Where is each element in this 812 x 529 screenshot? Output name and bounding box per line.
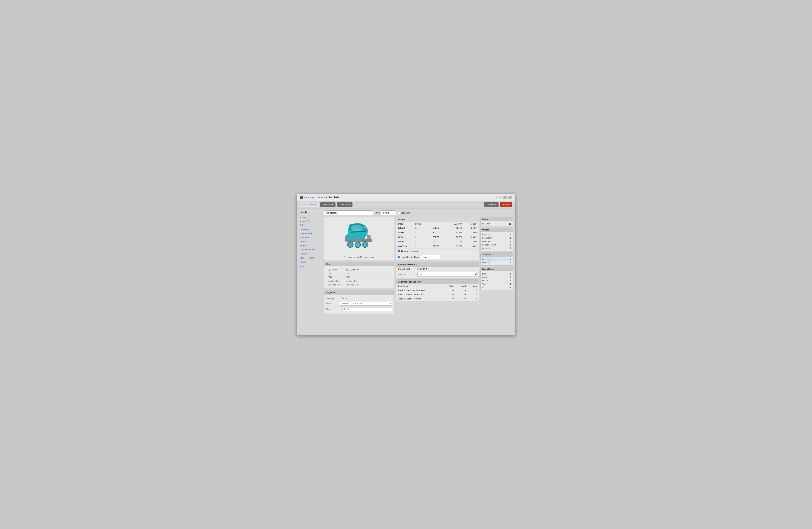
sidebar-item-vendor-returns[interactable]: Vendor Returns (297, 256, 322, 260)
reorder-table: Shop Name Point Level Need Smith & Smith… (396, 284, 479, 301)
ids-upc-input[interactable] (346, 273, 391, 275)
orders-panel-header: Orders (481, 228, 513, 232)
organize-tags-row: Tags (327, 307, 392, 312)
table-row: Online $ 33.3% 25.0% (396, 235, 479, 239)
serialized-label-text: Serialized (401, 211, 410, 214)
next-button[interactable]: › (508, 195, 512, 199)
discounts-checkbox[interactable] (398, 250, 400, 252)
col-margin: MARGIN (463, 222, 479, 226)
view-manage-link[interactable]: View & Manage Images (353, 256, 374, 258)
two-col-layout: 1 Images View & Manage Images IDs System… (324, 217, 513, 314)
serialized-row: Serialized (398, 211, 410, 214)
tax-row: Taxable Tax Class Item Tax Exempt (396, 254, 479, 260)
default-cost-label: Default Cost (398, 268, 416, 270)
ids-upc-label: UPC (327, 271, 344, 275)
reorder-col-level: Level (455, 284, 467, 288)
tax-class-label: Tax Class (410, 256, 419, 258)
type-select[interactable]: Single Bundle Kit (381, 210, 396, 215)
reorder-level-sydney: 0 (455, 296, 467, 301)
save-changes-button[interactable]: Save Changes (300, 202, 319, 207)
price-currency-msrp: $ (414, 230, 426, 235)
sales-month-value: 0 (510, 280, 511, 282)
taxable-checkbox[interactable] (398, 256, 400, 258)
menu-icon (300, 196, 303, 199)
sidebar-item-merge[interactable]: Merge (297, 264, 322, 268)
add-label-button[interactable]: Add Label (320, 202, 335, 207)
breadcrumb: Inventory › Items › Rollerblade (304, 196, 339, 199)
sidebar-item-workorders[interactable]: Workorders (297, 235, 322, 239)
item-name-input[interactable] (324, 210, 373, 215)
organize-category-label: Category (327, 297, 341, 299)
transfers-panel-header: Transfers (481, 252, 513, 257)
vendor-select[interactable]: K2 (417, 272, 477, 277)
price-val-msrp[interactable] (426, 230, 447, 235)
reorder-point-melbourne: 0 (443, 292, 455, 296)
table-row: EAN (327, 275, 392, 279)
sales-week-label: Week (482, 276, 487, 278)
transfers-incoming-label: Incoming (482, 258, 490, 261)
ids-ean-input-cell (344, 275, 392, 279)
sidebar-item-inventory[interactable]: Inventory (297, 215, 322, 219)
prev-button[interactable]: ‹ (503, 195, 507, 199)
title-bar-right: 1 of 4 ‹ › (496, 195, 512, 199)
price-val-newyork[interactable] (426, 244, 447, 248)
price-val-online[interactable] (426, 235, 447, 239)
table-row: UPC (327, 271, 392, 275)
sidebar-item-vendor-ids[interactable]: Vendor IDs (297, 219, 322, 223)
breadcrumb-items[interactable]: Items (317, 196, 323, 199)
ids-manufact-sku-input[interactable] (346, 284, 391, 286)
sidebar-item-customers[interactable]: Customers (297, 239, 322, 244)
ids-system-label: System ID (327, 268, 344, 272)
sales-day-row: Day 0 (482, 272, 511, 276)
type-row: Type Single Bundle Kit (375, 210, 396, 215)
orders-layaway-label: Layaway (482, 233, 490, 236)
organize-section-body: Category None Brand Select or Enter a Br… (324, 295, 394, 314)
sales-month-row: Month 0 (482, 279, 511, 282)
price-val-default[interactable] (426, 225, 447, 230)
sales-year-row: Year 0 (482, 282, 511, 286)
reorder-level-melbourne: 0 (455, 292, 467, 296)
tax-class-select[interactable]: Item Tax Exempt (421, 255, 440, 259)
organize-tags-input[interactable] (342, 307, 392, 311)
sales-all-value: 10 (509, 286, 511, 289)
breadcrumb-sep-2: › (324, 196, 325, 199)
orders-on-order-value: 0 (510, 240, 511, 243)
price-currency-austin: $ (414, 239, 426, 244)
sidebar-item-layaways[interactable]: Layaways (297, 227, 322, 231)
orders-panel: Orders Layaway 0 Special Order 0 (480, 227, 513, 251)
orders-on-order-label: On Order (482, 240, 490, 243)
sidebar-item-sales[interactable]: Sales (297, 223, 322, 227)
organize-category-value[interactable]: None (342, 297, 347, 299)
duplicate-button[interactable]: Duplicate (484, 202, 498, 207)
sidebar-section-title: Details (297, 210, 322, 215)
item-name-row: Type Single Bundle Kit Serialized (324, 210, 513, 215)
sidebar-item-graphs[interactable]: Graphs (297, 244, 322, 248)
vendor-row: Vendor K2 (396, 271, 479, 278)
sales-week-value: 0 (510, 276, 511, 278)
reorder-point-brisbane: 0 (443, 288, 455, 292)
organize-brand-select[interactable]: Select or Enter a Brand (339, 301, 392, 306)
archive-button[interactable]: Archive (500, 202, 512, 207)
sidebar-item-special-orders[interactable]: Special Orders (297, 231, 322, 235)
sidebar-item-history[interactable]: History (297, 260, 322, 264)
right-column: Pricing NAME PRICE MARKUP MARGIN (396, 217, 479, 301)
price-val-austin[interactable] (426, 239, 447, 244)
organize-category-row: Category None (327, 296, 392, 300)
ids-ean-input[interactable] (346, 276, 391, 278)
transfers-incoming-value: 4 (510, 258, 511, 261)
default-cost-input[interactable] (420, 268, 433, 270)
sidebar-item-transfers[interactable]: Transfers (297, 252, 322, 256)
ids-custom-sku-input[interactable] (346, 280, 391, 282)
title-bar-left: Inventory › Items › Rollerblade (300, 196, 339, 199)
organize-brand-label: Brand (327, 302, 338, 305)
sales-history-body: Day 0 Week 0 Month 0 (481, 271, 513, 290)
serialized-checkbox[interactable] (398, 212, 400, 214)
main-content: Details Inventory Vendor IDs Sales Layaw… (297, 208, 515, 335)
sidebar-item-purchase-orders[interactable]: Purchase Orders (297, 248, 322, 252)
price-name-default: Default (396, 225, 414, 230)
breadcrumb-inventory[interactable]: Inventory (304, 196, 314, 199)
table-row: Smith & Smith's - Melbourne 0 0 0 (396, 292, 479, 296)
print-label-button[interactable]: Print Label (337, 202, 352, 207)
ids-manufact-sku-cell (344, 283, 392, 286)
ids-ean-label: EAN (327, 275, 344, 279)
